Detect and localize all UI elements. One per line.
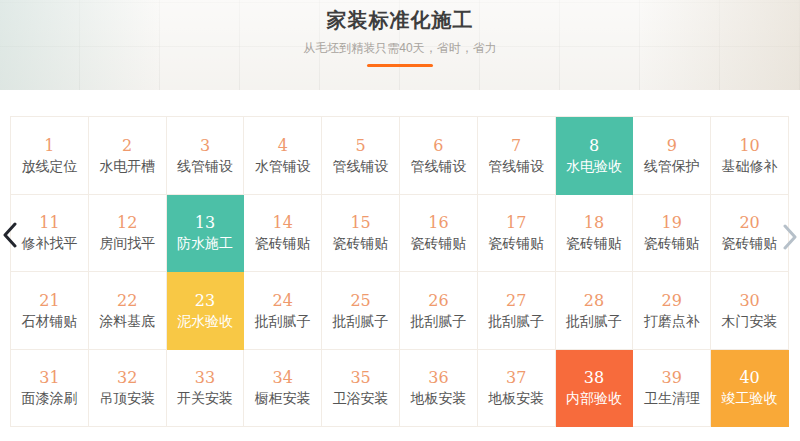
step-number: 34 [273, 370, 293, 386]
step-number: 39 [662, 370, 682, 386]
step-cell-40: 40竣工验收 [711, 350, 789, 428]
step-number: 38 [584, 370, 604, 386]
step-number: 36 [428, 370, 448, 386]
step-label: 石材铺贴 [21, 314, 77, 328]
step-cell-1: 1放线定位 [11, 117, 89, 195]
step-cell-28: 28批刮腻子 [556, 272, 634, 350]
step-cell-3: 3线管铺设 [167, 117, 245, 195]
step-number: 9 [667, 138, 677, 154]
step-label: 管线铺设 [333, 159, 389, 173]
step-cell-10: 10基础修补 [711, 117, 789, 195]
chevron-left-icon [2, 222, 18, 248]
step-label: 防水施工 [177, 236, 233, 250]
step-cell-36: 36地板安装 [400, 350, 478, 428]
step-number: 22 [117, 293, 137, 309]
step-number: 19 [662, 215, 682, 231]
step-cell-13: 13防水施工 [167, 195, 245, 273]
step-label: 批刮腻子 [488, 314, 544, 328]
step-cell-38: 38内部验收 [556, 350, 634, 428]
step-number: 3 [200, 138, 210, 154]
step-label: 打磨点补 [644, 314, 700, 328]
step-label: 修补找平 [21, 236, 77, 250]
step-cell-17: 17瓷砖铺贴 [478, 195, 556, 273]
step-label: 泥水验收 [177, 314, 233, 328]
step-label: 批刮腻子 [410, 314, 466, 328]
step-label: 瓷砖铺贴 [722, 236, 778, 250]
step-number: 5 [356, 138, 366, 154]
step-cell-29: 29打磨点补 [633, 272, 711, 350]
step-label: 管线铺设 [410, 159, 466, 173]
step-cell-16: 16瓷砖铺贴 [400, 195, 478, 273]
step-cell-20: 20瓷砖铺贴 [711, 195, 789, 273]
step-cell-18: 18瓷砖铺贴 [556, 195, 634, 273]
step-label: 地板安装 [410, 391, 466, 405]
chevron-right-icon [782, 224, 798, 250]
step-label: 线管保护 [644, 159, 700, 173]
next-button[interactable] [781, 222, 799, 252]
step-number: 13 [195, 215, 215, 231]
step-number: 8 [589, 138, 599, 154]
step-label: 批刮腻子 [566, 314, 622, 328]
step-label: 瓷砖铺贴 [488, 236, 544, 250]
step-cell-2: 2水电开槽 [89, 117, 167, 195]
step-cell-6: 6管线铺设 [400, 117, 478, 195]
step-cell-23: 23泥水验收 [167, 272, 245, 350]
step-cell-30: 30木门安装 [711, 272, 789, 350]
step-number: 31 [39, 370, 59, 386]
step-cell-37: 37地板安装 [478, 350, 556, 428]
step-cell-34: 34橱柜安装 [244, 350, 322, 428]
step-cell-8: 8水电验收 [556, 117, 634, 195]
step-label: 木门安装 [722, 314, 778, 328]
step-cell-24: 24批刮腻子 [244, 272, 322, 350]
step-number: 10 [739, 138, 759, 154]
accent-divider [367, 64, 433, 67]
step-number: 25 [350, 293, 370, 309]
page-subtitle: 从毛坯到精装只需40天，省时，省力 [0, 40, 800, 57]
step-label: 卫生清理 [644, 391, 700, 405]
step-cell-9: 9线管保护 [633, 117, 711, 195]
step-number: 28 [584, 293, 604, 309]
step-label: 批刮腻子 [255, 314, 311, 328]
step-cell-33: 33开关安装 [167, 350, 245, 428]
step-number: 16 [428, 215, 448, 231]
step-cell-26: 26批刮腻子 [400, 272, 478, 350]
step-number: 32 [117, 370, 137, 386]
step-cell-39: 39卫生清理 [633, 350, 711, 428]
step-label: 房间找平 [99, 236, 155, 250]
step-number: 6 [433, 138, 443, 154]
step-number: 27 [506, 293, 526, 309]
step-label: 批刮腻子 [333, 314, 389, 328]
step-cell-31: 31面漆涂刷 [11, 350, 89, 428]
step-label: 水电开槽 [99, 159, 155, 173]
step-label: 管线铺设 [488, 159, 544, 173]
step-cell-14: 14瓷砖铺贴 [244, 195, 322, 273]
step-label: 竣工验收 [722, 391, 778, 405]
step-label: 地板安装 [488, 391, 544, 405]
step-number: 21 [39, 293, 59, 309]
prev-button[interactable] [1, 220, 19, 250]
step-number: 14 [273, 215, 293, 231]
step-number: 23 [195, 293, 215, 309]
step-cell-5: 5管线铺设 [322, 117, 400, 195]
step-number: 33 [195, 370, 215, 386]
step-cell-15: 15瓷砖铺贴 [322, 195, 400, 273]
step-number: 24 [273, 293, 293, 309]
step-number: 2 [122, 138, 132, 154]
step-cell-12: 12房间找平 [89, 195, 167, 273]
page-title: 家装标准化施工 [0, 7, 800, 34]
step-label: 瓷砖铺贴 [333, 236, 389, 250]
step-label: 线管铺设 [177, 159, 233, 173]
step-label: 水管铺设 [255, 159, 311, 173]
step-label: 涂料基底 [99, 314, 155, 328]
step-number: 37 [506, 370, 526, 386]
step-label: 开关安装 [177, 391, 233, 405]
step-number: 30 [739, 293, 759, 309]
step-label: 水电验收 [566, 159, 622, 173]
step-cell-35: 35卫浴安装 [322, 350, 400, 428]
step-cell-32: 32吊顶安装 [89, 350, 167, 428]
step-label: 内部验收 [566, 391, 622, 405]
step-cell-11: 11修补找平 [11, 195, 89, 273]
step-label: 卫浴安装 [333, 391, 389, 405]
step-cell-21: 21石材铺贴 [11, 272, 89, 350]
header-banner: 家装标准化施工 从毛坯到精装只需40天，省时，省力 [0, 0, 800, 90]
